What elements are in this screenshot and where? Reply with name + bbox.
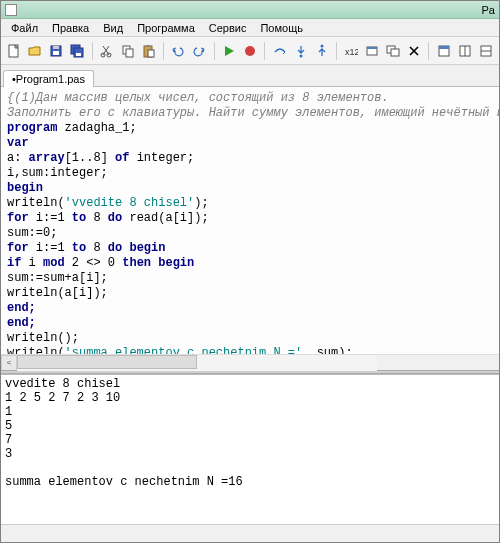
kw-begin: begin — [151, 256, 194, 270]
menu-program[interactable]: Программа — [131, 21, 201, 35]
svg-rect-2 — [53, 51, 59, 55]
svg-rect-23 — [439, 46, 449, 49]
comment-line: Заполнить его с клавиатуры. Найти сумму … — [7, 106, 499, 120]
code-text: i,sum:integer; — [7, 166, 108, 180]
horizontal-scrollbar[interactable]: < — [1, 354, 499, 370]
kw-for: for — [7, 241, 29, 255]
window2-icon[interactable] — [384, 41, 403, 61]
separator — [428, 42, 429, 60]
scroll-left-arrow[interactable]: < — [1, 355, 17, 371]
kw-to: to — [72, 211, 86, 225]
new-icon[interactable] — [5, 41, 24, 61]
separator — [214, 42, 215, 60]
kw-var: var — [7, 136, 29, 150]
svg-text:x123: x123 — [345, 47, 358, 57]
code-text: sum:=sum+a[i]; — [7, 271, 108, 285]
svg-rect-19 — [367, 47, 377, 49]
save-icon[interactable] — [47, 41, 66, 61]
code-text: writeln( — [7, 346, 65, 354]
open-icon[interactable] — [26, 41, 45, 61]
window4-icon[interactable] — [455, 41, 474, 61]
code-text: 8 — [86, 241, 108, 255]
code-text: read(a[i]); — [122, 211, 208, 225]
kw-to: to — [72, 241, 86, 255]
code-text: 2 <> 0 — [65, 256, 123, 270]
undo-icon[interactable] — [169, 41, 188, 61]
step-out-icon[interactable] — [312, 41, 331, 61]
titlebar: Pa — [1, 1, 499, 19]
menubar: Файл Правка Вид Программа Сервис Помощь — [1, 19, 499, 37]
step-into-icon[interactable] — [291, 41, 310, 61]
kw-then: then — [122, 256, 151, 270]
stop-icon[interactable] — [241, 41, 260, 61]
tabbar: •Program1.pas — [1, 65, 499, 87]
kw-array: array — [29, 151, 65, 165]
kw-end: end; — [7, 301, 36, 315]
kw-for: for — [7, 211, 29, 225]
app-icon — [5, 4, 17, 16]
output-panel[interactable]: vvedite 8 chisel 1 2 5 2 7 2 3 10 1 5 7 … — [1, 374, 499, 524]
separator — [264, 42, 265, 60]
svg-point-16 — [320, 44, 323, 47]
window3-icon[interactable] — [434, 41, 453, 61]
tab-program1[interactable]: •Program1.pas — [3, 70, 94, 87]
run-icon[interactable] — [220, 41, 239, 61]
code-editor[interactable]: {(1)Дан массив целых чисел, состоящий из… — [1, 87, 499, 354]
separator — [92, 42, 93, 60]
kw-program: program — [7, 121, 57, 135]
code-text: i — [21, 256, 43, 270]
kw-of: of — [115, 151, 129, 165]
paste-icon[interactable] — [139, 41, 158, 61]
svg-rect-3 — [53, 46, 59, 49]
close-icon[interactable] — [405, 41, 424, 61]
string-literal: 'summa elementov c nechetnim N =' — [65, 346, 303, 354]
kw-begin: begin — [122, 241, 165, 255]
code-text: [1..8] — [65, 151, 115, 165]
window1-icon[interactable] — [363, 41, 382, 61]
redo-icon[interactable] — [190, 41, 209, 61]
code-text: , sum); — [302, 346, 352, 354]
code-text: 8 — [86, 211, 108, 225]
code-text: ); — [194, 196, 208, 210]
window5-icon[interactable] — [476, 41, 495, 61]
saveall-icon[interactable] — [68, 41, 87, 61]
comment-line: {(1)Дан массив целых чисел, состоящий из… — [7, 91, 389, 105]
code-text: i:=1 — [29, 211, 72, 225]
code-text: sum:=0; — [7, 226, 57, 240]
svg-rect-6 — [76, 53, 81, 56]
code-text: zadagha_1; — [57, 121, 136, 135]
svg-rect-13 — [148, 50, 154, 57]
string-literal: 'vvedite 8 chisel' — [65, 196, 195, 210]
title-right: Pa — [482, 4, 495, 16]
menu-edit[interactable]: Правка — [46, 21, 95, 35]
separator — [336, 42, 337, 60]
separator — [163, 42, 164, 60]
step-over-icon[interactable] — [270, 41, 289, 61]
menu-file[interactable]: Файл — [5, 21, 44, 35]
menu-help[interactable]: Помощь — [254, 21, 309, 35]
svg-rect-12 — [146, 45, 150, 47]
toolbar: x123 — [1, 37, 499, 65]
code-text: writeln(a[i]); — [7, 286, 108, 300]
code-text: i:=1 — [29, 241, 72, 255]
scroll-thumb[interactable] — [17, 355, 197, 369]
statusbar — [1, 524, 499, 542]
kw-begin: begin — [7, 181, 43, 195]
menu-service[interactable]: Сервис — [203, 21, 253, 35]
scroll-track[interactable] — [17, 355, 377, 371]
svg-point-15 — [299, 54, 302, 57]
copy-icon[interactable] — [118, 41, 137, 61]
cut-icon[interactable] — [97, 41, 116, 61]
svg-rect-21 — [391, 49, 399, 56]
kw-end: end; — [7, 316, 36, 330]
var-icon[interactable]: x123 — [342, 41, 361, 61]
menu-view[interactable]: Вид — [97, 21, 129, 35]
kw-do: do — [108, 241, 122, 255]
code-text: a: — [7, 151, 29, 165]
kw-if: if — [7, 256, 21, 270]
svg-rect-10 — [126, 49, 133, 57]
kw-do: do — [108, 211, 122, 225]
code-text: writeln( — [7, 196, 65, 210]
code-text: writeln(); — [7, 331, 79, 345]
kw-mod: mod — [43, 256, 65, 270]
